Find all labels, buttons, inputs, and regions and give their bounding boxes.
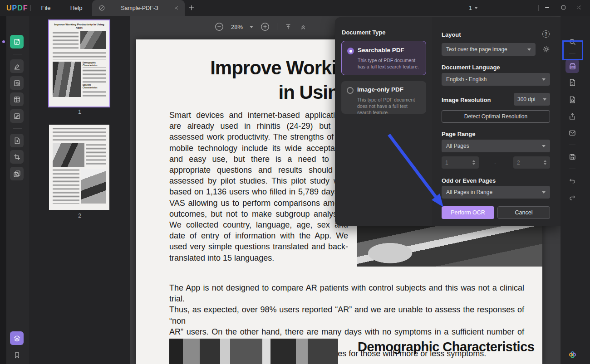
viewer-toolbar: 28%: [214, 20, 307, 33]
document-tab[interactable]: Sample-PDF-3: [92, 0, 185, 16]
new-tab-button[interactable]: [188, 4, 195, 11]
thumb1-row1: [53, 31, 106, 49]
page-indicator[interactable]: 1: [469, 0, 478, 16]
toolbar-divider: [569, 145, 575, 145]
organize-pages-button[interactable]: [10, 92, 24, 106]
range-from-input[interactable]: 1: [442, 156, 479, 169]
thumb-mini-heading: Demographic Characteristics: [83, 62, 106, 67]
share-button[interactable]: [565, 110, 579, 123]
convert-button[interactable]: [10, 134, 24, 147]
thumb-text-block: [53, 128, 106, 141]
bookmark-button[interactable]: [10, 348, 24, 362]
tab-title: Sample-PDF-3: [105, 5, 174, 11]
range-to-value: 2: [517, 160, 520, 166]
thumb2-row2: [53, 169, 106, 204]
thumb-text-block: [83, 68, 106, 84]
layout-heading: Layout: [442, 31, 461, 38]
odd-even-pages-dropdown[interactable]: All Pages in Range: [442, 186, 550, 199]
left-toolbar: [6, 16, 29, 364]
stepper-arrows[interactable]: [472, 160, 475, 165]
help-glyph: ?: [545, 32, 547, 37]
close-button[interactable]: [576, 5, 582, 10]
titlebar-divider: [538, 5, 539, 11]
radio-unselected-icon[interactable]: [347, 87, 354, 94]
layout-settings-gear-icon[interactable]: [542, 45, 551, 53]
annotation-highlight-box: [562, 40, 583, 60]
range-to-input[interactable]: 2: [513, 156, 550, 169]
page-thumbnail-1[interactable]: Improve Working Productivity In Using Ap…: [49, 20, 109, 107]
undo-button[interactable]: [565, 174, 579, 188]
fill-sign-button[interactable]: [10, 109, 24, 123]
titlebar: UPDF File Help Sample-PDF-3 1: [0, 0, 590, 16]
image-resolution-dropdown[interactable]: 300 dpi: [514, 93, 550, 106]
save-button[interactable]: [565, 150, 579, 164]
thumb-photo: [53, 62, 81, 97]
thumb-text-block: [83, 90, 106, 98]
help-icon[interactable]: ?: [542, 30, 550, 38]
logo-letter: F: [23, 4, 28, 12]
updf-app-window: UPDF File Help Sample-PDF-3 1: [0, 0, 590, 364]
chevron-down-icon: [474, 7, 478, 9]
detect-optimal-resolution-button[interactable]: Detect Optimal Resolution: [442, 110, 550, 123]
toolbar-divider: [13, 128, 22, 129]
comment-tool-button[interactable]: [10, 59, 24, 73]
tab-doc-icon: [98, 5, 105, 11]
reader-mode-button[interactable]: [10, 35, 24, 49]
layout-dropdown[interactable]: Text over the page image: [442, 43, 536, 56]
compress-pdf-button[interactable]: [565, 76, 579, 89]
chevron-down-icon: [542, 191, 546, 194]
zoom-out-button[interactable]: [214, 22, 224, 32]
edit-pdf-button[interactable]: [10, 76, 24, 90]
protect-pdf-button[interactable]: [565, 93, 579, 107]
stepper-arrows[interactable]: [544, 160, 546, 165]
page-range-value: All Pages: [446, 143, 469, 149]
chevron-down-icon: [542, 78, 546, 81]
image-only-pdf-option[interactable]: Image-only PDF This type of PDF document…: [341, 81, 426, 114]
thumb1-page-number: 1: [29, 108, 130, 115]
redo-button[interactable]: [565, 191, 579, 204]
page-thumbnails-panel: Improve Working Productivity In Using Ap…: [29, 16, 130, 364]
thumb-text-block: [53, 51, 106, 60]
thumb2-page-number: 2: [29, 212, 130, 219]
document-language-dropdown[interactable]: English - English: [442, 73, 550, 86]
document-photo-lab: [169, 339, 338, 364]
menu-file[interactable]: File: [36, 0, 56, 16]
logo-letter: P: [12, 4, 18, 12]
image-only-pdf-title: Image-only PDF: [357, 86, 403, 93]
zoom-in-button[interactable]: [260, 22, 270, 32]
right-toolbar: OCR: [560, 16, 590, 364]
image-only-pdf-description: This type of PDF document does not have …: [357, 97, 422, 116]
ocr-button[interactable]: OCR: [565, 59, 579, 73]
perform-ocr-button[interactable]: Perform OCR: [442, 206, 494, 219]
thumb2-row1: [53, 143, 106, 167]
go-to-top-button[interactable]: [284, 23, 292, 31]
searchable-pdf-title: Searchable PDF: [358, 47, 404, 53]
zoom-dropdown-caret[interactable]: [250, 26, 253, 28]
searchable-pdf-description: This type of PDF document has a full tex…: [358, 57, 422, 70]
ai-assistant-button[interactable]: [565, 348, 579, 361]
page-thumbnail-2[interactable]: [49, 125, 109, 210]
radio-selected-icon[interactable]: [347, 48, 354, 54]
document-type-heading: Document Type: [342, 29, 386, 36]
crop-button[interactable]: [10, 150, 24, 164]
menu-help[interactable]: Help: [66, 0, 86, 16]
thumb-mini-heading: Baseline Characteristics: [83, 84, 106, 89]
thumb-text-block: [53, 31, 79, 49]
maximize-button[interactable]: [560, 5, 566, 10]
layout-value: Text over the page image: [446, 46, 507, 53]
watermark-pages-button[interactable]: [10, 167, 24, 180]
thumb1-title: Improve Working Productivity In Using Ap…: [54, 23, 105, 29]
toolbar-divider: [13, 54, 22, 54]
previous-section-button[interactable]: [299, 23, 307, 31]
language-value: English - English: [446, 76, 487, 83]
layers-button[interactable]: [10, 331, 24, 345]
minimize-button[interactable]: [544, 5, 550, 10]
searchable-pdf-option[interactable]: Searchable PDF This type of PDF document…: [341, 41, 426, 75]
cancel-button[interactable]: Cancel: [497, 206, 550, 219]
email-button[interactable]: [565, 126, 579, 140]
thumb-photo: [53, 143, 84, 167]
tab-close-icon[interactable]: [174, 5, 179, 10]
thumb-text-col: Demographic Characteristics Baseline Cha…: [83, 62, 106, 98]
page-range-dropdown[interactable]: All Pages: [442, 140, 550, 152]
document-section-heading: Demographic Characteristics: [358, 340, 534, 354]
